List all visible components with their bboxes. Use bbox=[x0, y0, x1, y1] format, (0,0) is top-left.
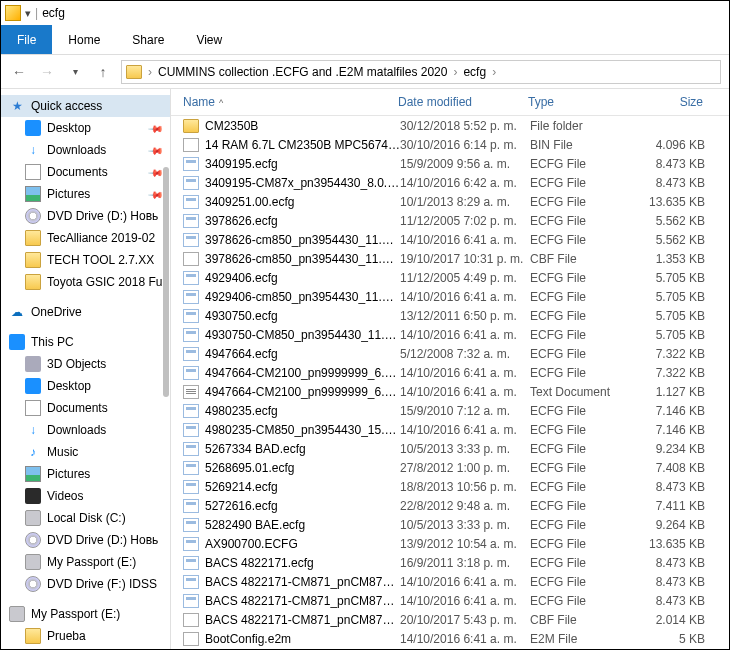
sidebar-item[interactable]: TecAlliance 2019-02 bbox=[1, 227, 170, 249]
file-type-icon bbox=[183, 404, 199, 418]
sidebar-item-label: Toyota GSIC 2018 Fu bbox=[47, 275, 162, 289]
sidebar-item[interactable]: TECH TOOL 2.7.XX bbox=[1, 249, 170, 271]
file-row[interactable]: AX900700.ECFG13/9/2012 10:54 a. m.ECFG F… bbox=[171, 534, 729, 553]
file-row[interactable]: 4947664.ecfg5/12/2008 7:32 a. m.ECFG Fil… bbox=[171, 344, 729, 363]
file-row[interactable]: 4947664-CM2100_pn9999999_6.4.0.11.ecfg14… bbox=[171, 363, 729, 382]
chevron-right-icon[interactable]: › bbox=[451, 65, 459, 79]
this-pc-header[interactable]: This PC bbox=[1, 331, 170, 353]
file-type: ECFG File bbox=[530, 575, 635, 589]
file-row[interactable]: BACS 4822171-CM871_pnCM871_8.0.0.91...20… bbox=[171, 610, 729, 629]
sidebar-item[interactable]: Documents bbox=[1, 397, 170, 419]
dvd-icon bbox=[25, 208, 41, 224]
file-row[interactable]: 5269214.ecfg18/8/2013 10:56 p. m.ECFG Fi… bbox=[171, 477, 729, 496]
file-row[interactable]: 14 RAM 6.7L CM2350B MPC5674F main F...30… bbox=[171, 135, 729, 154]
passport-header[interactable]: My Passport (E:) bbox=[1, 603, 170, 625]
sidebar-item[interactable]: ♪Music bbox=[1, 441, 170, 463]
file-row[interactable]: CM2350B30/12/2018 5:52 p. m.File folder bbox=[171, 116, 729, 135]
file-date: 14/10/2016 6:42 a. m. bbox=[400, 176, 530, 190]
file-row[interactable]: 5272616.ecfg22/8/2012 9:48 a. m.ECFG Fil… bbox=[171, 496, 729, 515]
file-type-icon bbox=[183, 518, 199, 532]
file-size: 2.014 KB bbox=[635, 613, 705, 627]
onedrive-header[interactable]: ☁ OneDrive bbox=[1, 301, 170, 323]
file-name: 3978626-cm850_pn3954430_11.0.0.6.ecfg bbox=[205, 233, 400, 247]
tab-file[interactable]: File bbox=[1, 25, 52, 54]
file-row[interactable]: 3978626-cm850_pn3954430_11.0.0.6.ecfg14/… bbox=[171, 230, 729, 249]
file-date: 14/10/2016 6:41 a. m. bbox=[400, 575, 530, 589]
file-row[interactable]: 5282490 BAE.ecfg10/5/2013 3:33 p. m.ECFG… bbox=[171, 515, 729, 534]
file-row[interactable]: BACS 4822171-CM871_pnCM871_8.0.0.91...14… bbox=[171, 591, 729, 610]
sidebar-item-label: Videos bbox=[47, 489, 83, 503]
file-row[interactable]: 3409251.00.ecfg10/1/2013 8:29 a. m.ECFG … bbox=[171, 192, 729, 211]
sidebar-item[interactable]: Pictures📌 bbox=[1, 183, 170, 205]
sidebar-item[interactable]: Desktop📌 bbox=[1, 117, 170, 139]
file-row[interactable]: 3409195.ecfg15/9/2009 9:56 a. m.ECFG Fil… bbox=[171, 154, 729, 173]
forward-button[interactable]: → bbox=[37, 62, 57, 82]
col-name[interactable]: Name^ bbox=[183, 95, 398, 109]
file-date: 10/5/2013 3:33 p. m. bbox=[400, 518, 530, 532]
file-row[interactable]: 4947664-CM2100_pn9999999_6.4.0.11.TXT14/… bbox=[171, 382, 729, 401]
sidebar-item[interactable]: DVD Drive (F:) IDSS bbox=[1, 573, 170, 595]
file-row[interactable]: BootConfig.e2m14/10/2016 6:41 a. m.E2M F… bbox=[171, 629, 729, 648]
sidebar-item[interactable]: Local Disk (C:) bbox=[1, 507, 170, 529]
tab-view[interactable]: View bbox=[180, 25, 238, 54]
col-date[interactable]: Date modified bbox=[398, 95, 528, 109]
recent-dropdown[interactable]: ▾ bbox=[65, 62, 85, 82]
file-row[interactable]: 3409195-CM87x_pn3954430_8.0.0.33.ecfg14/… bbox=[171, 173, 729, 192]
back-button[interactable]: ← bbox=[9, 62, 29, 82]
sidebar-item[interactable]: Pictures bbox=[1, 463, 170, 485]
file-row[interactable]: 4929406.ecfg11/12/2005 4:49 p. m.ECFG Fi… bbox=[171, 268, 729, 287]
file-name: 4947664-CM2100_pn9999999_6.4.0.11.ecfg bbox=[205, 366, 400, 380]
file-type-icon bbox=[183, 157, 199, 171]
sidebar-item[interactable]: Prueba bbox=[1, 625, 170, 647]
file-name: BACS 4822171.ecfg bbox=[205, 556, 400, 570]
sidebar-item[interactable]: ↓Downloads bbox=[1, 419, 170, 441]
sidebar-item[interactable]: DVD Drive (D:) Новь bbox=[1, 529, 170, 551]
tab-home[interactable]: Home bbox=[52, 25, 116, 54]
sidebar-item[interactable]: Videos bbox=[1, 485, 170, 507]
file-date: 13/9/2012 10:54 a. m. bbox=[400, 537, 530, 551]
file-name: BootConfig.e2m bbox=[205, 632, 400, 646]
tab-share[interactable]: Share bbox=[116, 25, 180, 54]
file-row[interactable]: 4980235-CM850_pn3954430_15.1.0.11.ecfg14… bbox=[171, 420, 729, 439]
sidebar-item[interactable]: Desktop bbox=[1, 375, 170, 397]
sidebar-item[interactable]: 3D Objects bbox=[1, 353, 170, 375]
breadcrumb-current[interactable]: ecfg bbox=[463, 65, 486, 79]
chevron-right-icon[interactable]: › bbox=[146, 65, 154, 79]
file-row[interactable]: 5267334 BAD.ecfg10/5/2013 3:33 p. m.ECFG… bbox=[171, 439, 729, 458]
file-size: 13.635 KB bbox=[635, 537, 705, 551]
file-type: ECFG File bbox=[530, 366, 635, 380]
file-type: ECFG File bbox=[530, 423, 635, 437]
sidebar-item[interactable]: ↓Downloads📌 bbox=[1, 139, 170, 161]
file-row[interactable]: 3978626-cm850_pn3954430_11.0.0.60.cbf19/… bbox=[171, 249, 729, 268]
sidebar-item[interactable]: DVD Drive (D:) Новь bbox=[1, 205, 170, 227]
file-row[interactable]: 4980235.ecfg15/9/2010 7:12 a. m.ECFG Fil… bbox=[171, 401, 729, 420]
sidebar-item[interactable]: Toyota GSIC 2018 Fu bbox=[1, 271, 170, 293]
file-list[interactable]: CM2350B30/12/2018 5:52 p. m.File folder1… bbox=[171, 116, 729, 649]
address-bar[interactable]: › CUMMINS collection .ECFG and .E2M mata… bbox=[121, 60, 721, 84]
sidebar-item-label: Music bbox=[47, 445, 78, 459]
file-row[interactable]: 4930750.ecfg13/12/2011 6:50 p. m.ECFG Fi… bbox=[171, 306, 729, 325]
quick-access-group: ★ Quick access Desktop📌↓Downloads📌Docume… bbox=[1, 95, 170, 293]
sidebar-item[interactable]: Documents📌 bbox=[1, 161, 170, 183]
scrollbar-thumb[interactable] bbox=[163, 167, 169, 397]
file-row[interactable]: BACS 4822171.ecfg16/9/2011 3:18 p. m.ECF… bbox=[171, 553, 729, 572]
drive-icon bbox=[25, 510, 41, 526]
sidebar-item[interactable]: My Passport (E:) bbox=[1, 551, 170, 573]
quick-access-header[interactable]: ★ Quick access bbox=[1, 95, 170, 117]
navigation-pane[interactable]: ★ Quick access Desktop📌↓Downloads📌Docume… bbox=[1, 89, 171, 649]
file-row[interactable]: 3978626.ecfg11/12/2005 7:02 p. m.ECFG Fi… bbox=[171, 211, 729, 230]
sidebar-item-label: My Passport (E:) bbox=[47, 555, 136, 569]
quick-access-toolbar[interactable]: ▾ bbox=[25, 7, 31, 20]
file-row[interactable]: 4930750-CM850_pn3954430_11.1.0.16.ecfg14… bbox=[171, 325, 729, 344]
chevron-right-icon[interactable]: › bbox=[490, 65, 498, 79]
navigation-bar: ← → ▾ ↑ › CUMMINS collection .ECFG and .… bbox=[1, 55, 729, 89]
file-type: CBF File bbox=[530, 613, 635, 627]
file-row[interactable]: 4929406-cm850_pn3954430_11.1.0.16.ecfg14… bbox=[171, 287, 729, 306]
col-type[interactable]: Type bbox=[528, 95, 633, 109]
file-type-icon bbox=[183, 214, 199, 228]
breadcrumb-root[interactable]: CUMMINS collection .ECFG and .E2M matalf… bbox=[158, 65, 447, 79]
col-size[interactable]: Size bbox=[633, 95, 703, 109]
file-row[interactable]: 5268695.01.ecfg27/8/2012 1:00 p. m.ECFG … bbox=[171, 458, 729, 477]
up-button[interactable]: ↑ bbox=[93, 62, 113, 82]
file-row[interactable]: BACS 4822171-CM871_pnCM871_8.0.0.70...14… bbox=[171, 572, 729, 591]
